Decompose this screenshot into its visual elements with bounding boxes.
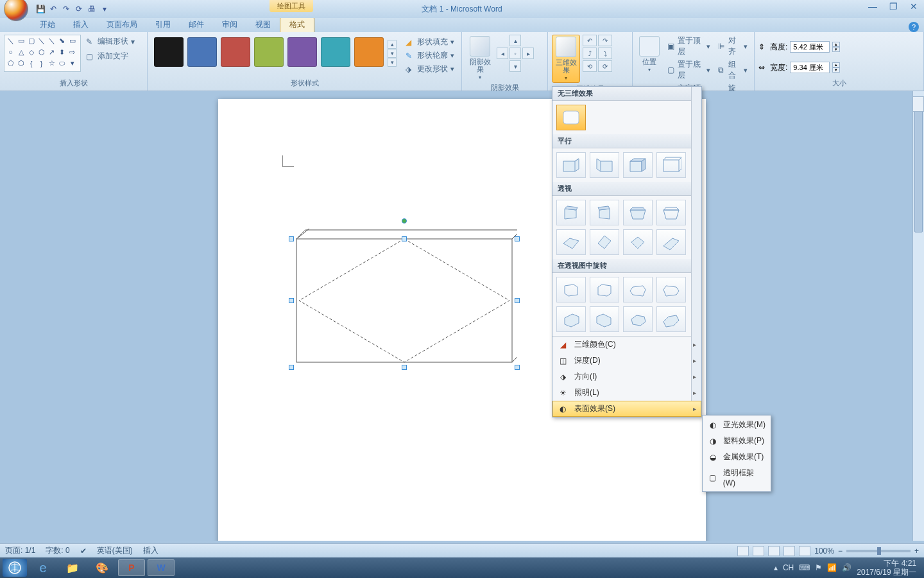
- view-print-layout[interactable]: [737, 546, 749, 556]
- menu-3d-depth[interactable]: ◫深度(D)▸: [552, 353, 701, 369]
- style-swatch[interactable]: [221, 37, 250, 67]
- add-text-button[interactable]: ▢添加文字: [83, 49, 137, 63]
- selected-shape[interactable]: [291, 227, 517, 367]
- width-input[interactable]: [790, 62, 830, 73]
- view-outline[interactable]: [783, 546, 795, 556]
- height-input[interactable]: [790, 41, 830, 53]
- zoom-slider[interactable]: [846, 550, 911, 552]
- 3d-preset[interactable]: [656, 229, 686, 255]
- surface-wireframe[interactable]: ▢透明框架(W): [704, 465, 769, 490]
- taskbar-app1[interactable]: 🎨: [89, 559, 116, 576]
- 3d-preset[interactable]: [556, 277, 586, 302]
- resize-handle[interactable]: [289, 298, 294, 303]
- 3d-preset[interactable]: [656, 277, 686, 302]
- surface-metal[interactable]: ◒金属效果(T): [704, 449, 769, 465]
- 3d-effects-button[interactable]: 三维效果 ▾: [552, 35, 580, 83]
- 3d-preset[interactable]: [556, 200, 586, 225]
- zoom-level[interactable]: 100%: [814, 547, 834, 556]
- change-shape-button[interactable]: ⬗更改形状 ▾: [403, 63, 457, 75]
- view-full-screen[interactable]: [753, 546, 764, 556]
- edit-shape-button[interactable]: ✎编辑形状 ▾: [83, 35, 137, 48]
- 3d-preset[interactable]: [590, 200, 619, 225]
- help-icon[interactable]: ?: [909, 22, 919, 32]
- view-web-layout[interactable]: [768, 546, 780, 556]
- zoom-out-icon[interactable]: −: [838, 547, 843, 556]
- resize-handle[interactable]: [515, 365, 520, 370]
- resize-handle[interactable]: [289, 236, 294, 241]
- tab-insert[interactable]: 插入: [64, 17, 98, 32]
- 3d-preset[interactable]: [590, 152, 619, 178]
- redo-icon[interactable]: ↷: [60, 3, 72, 15]
- shape-outline-button[interactable]: ✎形状轮廓 ▾: [403, 49, 457, 62]
- tab-view[interactable]: 视图: [246, 17, 280, 32]
- shapes-gallery[interactable]: ＼▭▢＼＼⬊▭ ○△◇⬡↗⬍⇨ ⬠⬡{}☆⬭▾: [4, 35, 81, 72]
- minimize-button[interactable]: —: [865, 1, 880, 12]
- nudge-down[interactable]: ▾: [509, 60, 521, 72]
- tray-network-icon[interactable]: 📶: [827, 563, 837, 572]
- resize-handle[interactable]: [289, 365, 294, 370]
- style-swatch[interactable]: [354, 37, 384, 67]
- 3d-preset[interactable]: [556, 152, 586, 178]
- taskbar-word[interactable]: W: [148, 559, 175, 576]
- tab-review[interactable]: 审阅: [213, 17, 246, 32]
- nudge-up[interactable]: ▴: [509, 35, 521, 46]
- object-browser-icon[interactable]: [912, 96, 924, 112]
- align-button[interactable]: ⊫对齐 ▾: [715, 35, 750, 58]
- zoom-in-icon[interactable]: +: [914, 547, 919, 556]
- width-spinner[interactable]: ▴▾: [832, 62, 840, 73]
- quickprint-icon[interactable]: 🖶: [86, 3, 98, 15]
- tray-expand-icon[interactable]: ▴: [774, 563, 778, 572]
- nudge-right[interactable]: ▸: [522, 48, 534, 59]
- 3d-preset[interactable]: [656, 306, 686, 332]
- 3d-preset[interactable]: [590, 306, 619, 332]
- menu-3d-direction[interactable]: ⬗方向(I)▸: [552, 369, 701, 385]
- menu-3d-lighting[interactable]: ☀照明(L)▸: [552, 385, 701, 401]
- status-language[interactable]: 英语(美国): [97, 545, 133, 556]
- tab-page-layout[interactable]: 页面布局: [98, 17, 146, 32]
- status-proofing-icon[interactable]: ✔: [80, 547, 87, 556]
- 3d-preset[interactable]: [556, 306, 586, 332]
- resize-handle[interactable]: [402, 236, 407, 241]
- tilt-ccw[interactable]: ⟲: [583, 60, 597, 72]
- taskbar-powerpoint[interactable]: P: [118, 559, 145, 576]
- resize-handle[interactable]: [402, 365, 407, 370]
- style-swatch[interactable]: [154, 37, 184, 67]
- tilt-down[interactable]: ⤵: [598, 48, 612, 59]
- tab-references[interactable]: 引用: [146, 17, 180, 32]
- tray-volume-icon[interactable]: 🔊: [842, 563, 851, 572]
- vertical-scrollbar[interactable]: [912, 91, 924, 541]
- status-words[interactable]: 字数: 0: [46, 545, 69, 556]
- nudge-left[interactable]: ◂: [497, 48, 508, 59]
- status-page[interactable]: 页面: 1/1: [5, 545, 35, 556]
- start-button[interactable]: [3, 559, 27, 577]
- 3d-preset[interactable]: [656, 152, 686, 178]
- resize-handle[interactable]: [515, 236, 520, 241]
- 3d-preset[interactable]: [623, 306, 653, 332]
- 3d-preset-none[interactable]: [556, 105, 586, 130]
- gallery-scroll[interactable]: ▴▾▾: [388, 37, 398, 69]
- qat-more-icon[interactable]: ▾: [99, 3, 110, 15]
- 3d-preset[interactable]: [556, 229, 586, 255]
- 3d-preset[interactable]: [590, 229, 619, 255]
- bring-front-button[interactable]: ▣置于顶层 ▾: [665, 35, 713, 58]
- scrollbar-thumb[interactable]: [914, 104, 923, 232]
- taskbar-explorer[interactable]: 📁: [59, 559, 86, 576]
- tab-format[interactable]: 格式: [280, 17, 314, 32]
- style-swatch[interactable]: [287, 37, 317, 67]
- surface-matte[interactable]: ◐亚光效果(M): [704, 417, 769, 433]
- 3d-preset[interactable]: [623, 229, 653, 255]
- ime-indicator[interactable]: CH: [783, 563, 794, 572]
- tilt-right[interactable]: ↷: [598, 35, 612, 46]
- tray-flag-icon[interactable]: ⚑: [815, 563, 822, 572]
- group-button[interactable]: ⧉组合 ▾: [715, 58, 750, 82]
- tilt-up[interactable]: ⤴: [583, 48, 597, 59]
- status-mode[interactable]: 插入: [143, 545, 158, 556]
- 3d-preset[interactable]: [623, 200, 653, 225]
- tray-keyboard-icon[interactable]: ⌨: [799, 563, 810, 572]
- style-swatch[interactable]: [187, 37, 217, 67]
- tab-mailings[interactable]: 邮件: [180, 17, 213, 32]
- taskbar-ie[interactable]: e: [30, 559, 56, 576]
- style-swatch[interactable]: [254, 37, 284, 67]
- rotation-handle[interactable]: [402, 218, 407, 223]
- sync-icon[interactable]: ⟳: [73, 3, 85, 15]
